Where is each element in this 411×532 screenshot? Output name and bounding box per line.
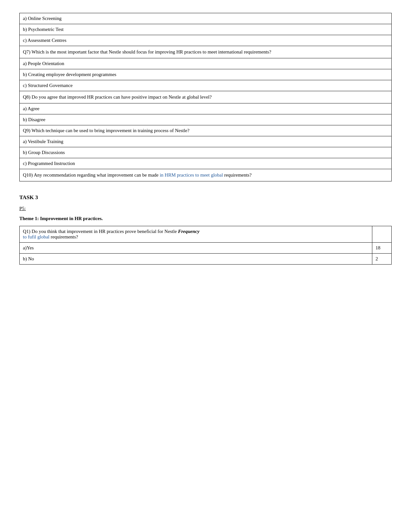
q1-link[interactable]: to fufil global: [23, 234, 50, 239]
theme-heading: Theme 1: Improvement in HR practices.: [19, 216, 392, 221]
q1-cell: Q1) Do you think that improvement in HR …: [20, 226, 372, 243]
row-c-assessment: c) Assessment Centres: [20, 35, 391, 46]
q1-text-before: Q1) Do you think that improvement in HR …: [23, 229, 178, 234]
yes-label-cell: a)Yes: [20, 243, 372, 254]
questions-table: a) Online Screening b) Psychometric Test…: [19, 13, 392, 181]
row-a-online: a) Online Screening: [20, 13, 391, 24]
row-b-group: b) Group Discussions: [20, 147, 391, 158]
row-a-people-text: a) People Orientation: [23, 61, 64, 66]
row-q10-text-after: requirements?: [223, 172, 252, 178]
no-label-cell: b) No: [20, 254, 372, 265]
row-q8: Q8) Do you agree that improved HR practi…: [20, 91, 391, 103]
row-a-agree-text: a) Agree: [23, 106, 39, 111]
row-c-assessment-text: c) Assessment Centres: [23, 38, 66, 43]
row-c-structured: c) Structured Governance: [20, 80, 391, 91]
row-q10-text-before: Q10) Any recommendation regarding what i…: [23, 172, 160, 178]
row-c-structured-text: c) Structured Governance: [23, 83, 73, 88]
frequency-header-cell: [372, 226, 392, 243]
row-a-vestibule-text: a) Vestibule Training: [23, 139, 64, 144]
row-c-programmed: c) Programmed Instruction: [20, 158, 391, 169]
row-b-creating-text: b) Creating employee development program…: [23, 72, 116, 77]
row-q7: Q7) Which is the most important factor t…: [20, 46, 391, 58]
row-a-vestibule: a) Vestibule Training: [20, 136, 391, 147]
row-q9: Q9) Which technique can be used to bring…: [20, 125, 391, 136]
no-value: 2: [376, 256, 378, 261]
row-a-agree: a) Agree: [20, 103, 391, 114]
row-q8-text: Q8) Do you agree that improved HR practi…: [23, 94, 212, 100]
yes-value-cell: 18: [372, 243, 392, 254]
row-q10-link[interactable]: in HRM practices to meet global: [160, 172, 223, 178]
row-b-creating: b) Creating employee development program…: [20, 69, 391, 80]
table-row-no: b) No 2: [20, 254, 392, 265]
q1-text-after: requirements?: [50, 234, 78, 239]
frequency-table: Q1) Do you think that improvement in HR …: [19, 226, 392, 265]
frequency-header-row: Q1) Do you think that improvement in HR …: [20, 226, 392, 243]
row-b-psycho: b) Psychometric Test: [20, 24, 391, 35]
row-b-group-text: b) Group Discussions: [23, 150, 65, 155]
yes-label: a)Yes: [23, 245, 34, 250]
table-row-yes: a)Yes 18: [20, 243, 392, 254]
row-q10: Q10) Any recommendation regarding what i…: [20, 169, 391, 181]
row-q9-text: Q9) Which technique can be used to bring…: [23, 128, 190, 133]
p5-label: P5:: [19, 206, 392, 211]
task3-heading: TASK 3: [19, 194, 392, 201]
yes-value: 18: [376, 245, 380, 250]
task3-section: TASK 3 P5: Theme 1: Improvement in HR pr…: [19, 194, 392, 265]
no-value-cell: 2: [372, 254, 392, 265]
row-c-programmed-text: c) Programmed Instruction: [23, 161, 75, 166]
row-b-disagree: b) Disagree: [20, 114, 391, 125]
row-q7-text: Q7) Which is the most important factor t…: [23, 49, 271, 54]
q1-frequency-bold: Frequency: [178, 229, 200, 234]
no-label: b) No: [23, 256, 34, 261]
row-a-online-text: a) Online Screening: [23, 16, 62, 21]
row-a-people: a) People Orientation: [20, 58, 391, 69]
upper-table-section: a) Online Screening b) Psychometric Test…: [19, 13, 392, 181]
row-b-disagree-text: b) Disagree: [23, 117, 45, 122]
row-b-psycho-text: b) Psychometric Test: [23, 27, 64, 32]
